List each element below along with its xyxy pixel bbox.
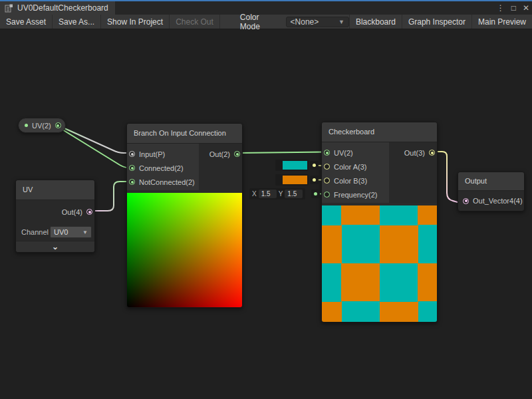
port-label: Connected(2) (139, 164, 184, 172)
color-a-port[interactable] (324, 164, 330, 170)
branch-out-port[interactable] (234, 151, 240, 157)
uv-out-label: Out(4) (62, 208, 82, 216)
color-a-field[interactable] (275, 160, 309, 171)
color-b-connector (310, 176, 319, 184)
uv-channel-row: Channel UV0 ▼ (16, 223, 94, 241)
connected-port[interactable] (129, 165, 135, 171)
main-preview-toggle[interactable]: Main Preview (471, 15, 532, 29)
check-out-button: Check Out (170, 15, 220, 29)
tab-shader-graph[interactable]: UV0DefaultCheckerboard (0, 1, 115, 15)
node-state-dot (25, 124, 28, 127)
toolbar: Save Asset Save As... Show In Project Ch… (0, 15, 532, 29)
panel-toggle-group: Blackboard Graph Inspector Main Preview (349, 15, 532, 29)
shader-graph-icon (5, 4, 13, 13)
maximize-icon[interactable]: □ (511, 1, 516, 15)
tab-title: UV0DefaultCheckerboard (17, 3, 108, 13)
color-mode-value: <None> (291, 17, 319, 27)
input-p-port[interactable] (129, 151, 135, 157)
checkerboard-node-preview (322, 205, 437, 322)
port-label: Frequency(2) (334, 191, 377, 199)
node-uv[interactable]: UV Out(4) Channel UV0 ▼ ⌄ (15, 180, 95, 253)
output-ports-section: Out(3) (389, 142, 437, 203)
dropdown-arrow-icon: ▼ (338, 19, 344, 25)
port-row-frequency: Frequency(2) (322, 188, 389, 201)
dropdown-arrow-icon: ▼ (82, 229, 88, 235)
port-label: Out_Vector4(4) (473, 197, 523, 205)
port-row-color-a: Color A(3) (322, 160, 389, 174)
freq-y-input[interactable]: 1.5 (285, 190, 303, 198)
node-title[interactable]: Output (458, 172, 524, 191)
port-label: UV(2) (334, 149, 353, 157)
checker-uv-port[interactable] (324, 150, 330, 156)
node-output[interactable]: Output Out_Vector4(4) (458, 172, 525, 211)
port-label: Out(3) (404, 149, 425, 157)
edge-uvpill-to-connected[interactable] (57, 126, 128, 168)
color-a-swatch[interactable] (283, 161, 307, 170)
frequency-field: X 1.5 Y 1.5 (249, 188, 305, 200)
freq-x-input[interactable]: 1.5 (259, 190, 277, 198)
edge-branchout-to-checkeruv[interactable] (238, 152, 326, 154)
window-controls: ⋮ □ ✕ (497, 1, 529, 15)
node-title[interactable]: UV (16, 180, 94, 200)
frequency-port[interactable] (324, 192, 330, 198)
connector-dot (313, 164, 316, 167)
close-icon[interactable]: ✕ (523, 1, 529, 15)
port-label: Color B(3) (334, 177, 367, 185)
freq-x-label: X (252, 190, 257, 198)
node-title[interactable]: Branch On Input Connection (127, 124, 242, 144)
graph-inspector-toggle[interactable]: Graph Inspector (402, 15, 471, 29)
graph-canvas[interactable]: UV(2) UV Out(4) Channel UV0 ▼ ⌄ Branch O… (0, 29, 532, 399)
uv-out-port[interactable] (86, 209, 92, 215)
connector-dot (314, 192, 317, 196)
color-b-swatch[interactable] (283, 176, 307, 184)
save-as-button[interactable]: Save As... (53, 15, 101, 29)
node-branch-on-input-connection[interactable]: Branch On Input Connection Input(P) Conn… (126, 123, 243, 308)
node-title[interactable]: Checkerboard (322, 122, 437, 142)
port-label: NotConnected(2) (139, 178, 195, 186)
node-checkerboard[interactable]: Checkerboard UV(2) Color A(3) Color B(3) (321, 122, 438, 323)
uv2-pill-out-port[interactable] (55, 122, 61, 128)
color-mode-group: Color Mode <None> ▼ (240, 15, 349, 29)
port-row-out: Out(3) (389, 146, 437, 160)
uv-channel-label: Channel (21, 228, 49, 236)
uv2-pill-label: UV(2) (32, 122, 51, 130)
uv-channel-value: UV0 (54, 228, 68, 236)
branch-node-preview (127, 193, 242, 307)
uv-out-row: Out(4) (16, 200, 94, 223)
port-label: Out(2) (209, 150, 230, 158)
color-mode-label: Color Mode (240, 13, 281, 31)
connector-dot (313, 178, 316, 182)
uv-channel-select[interactable]: UV0 ▼ (50, 226, 92, 238)
color-mode-select[interactable]: <None> ▼ (286, 17, 349, 27)
node-uv2-pill[interactable]: UV(2) (18, 118, 66, 133)
port-label: Input(P) (139, 150, 165, 158)
port-row-notconnected: NotConnected(2) (127, 175, 199, 189)
notconnected-port[interactable] (129, 179, 135, 185)
output-ports-section: Out(2) (199, 144, 242, 190)
color-a-connector (310, 161, 319, 170)
out-vector4-port[interactable] (463, 198, 469, 204)
chevron-down-icon: ⌄ (52, 243, 59, 250)
checker-out-port[interactable] (429, 150, 435, 156)
frequency-connector (311, 190, 320, 198)
more-options-icon[interactable]: ⋮ (497, 1, 505, 15)
show-in-project-button[interactable]: Show In Project (101, 15, 170, 29)
save-asset-button[interactable]: Save Asset (0, 15, 53, 29)
blackboard-toggle[interactable]: Blackboard (349, 15, 402, 29)
edge-uvout-to-notconnected[interactable] (90, 182, 128, 211)
port-label: Color A(3) (334, 163, 367, 171)
input-ports-section: Input(P) Connected(2) NotConnected(2) (127, 144, 199, 190)
input-ports-section: UV(2) Color A(3) Color B(3) Frequency(2) (322, 142, 389, 203)
port-row-input: Input(P) (127, 147, 199, 161)
port-row-out: Out(2) (199, 147, 242, 161)
port-row-uv: UV(2) (322, 146, 389, 160)
port-row-color-b: Color B(3) (322, 174, 389, 188)
color-b-field[interactable] (275, 174, 309, 186)
uv-collapse-button[interactable]: ⌄ (16, 241, 94, 252)
color-b-port[interactable] (324, 178, 330, 184)
port-row-out-vector4: Out_Vector4(4) (458, 191, 524, 211)
port-row-connected: Connected(2) (127, 161, 199, 175)
freq-y-label: Y (279, 190, 283, 198)
